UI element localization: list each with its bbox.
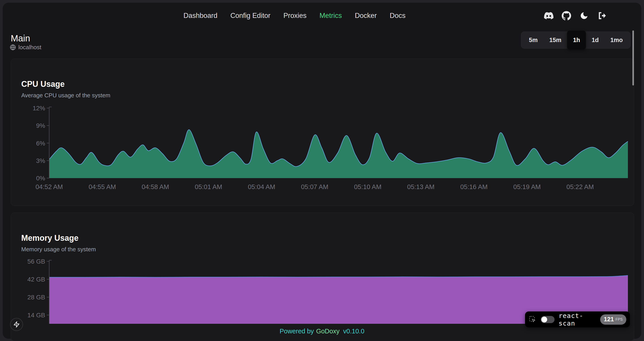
fps-badge: 121 FPS	[600, 314, 626, 325]
cpu-card-subtitle: Average CPU usage of the system	[21, 92, 110, 99]
powered-by-text: Powered by	[280, 327, 314, 335]
fps-value: 121	[604, 316, 614, 323]
svg-text:12%: 12%	[33, 105, 45, 112]
svg-text:05:04 AM: 05:04 AM	[248, 183, 275, 190]
host-row: localhost	[10, 44, 41, 51]
discord-icon[interactable]	[544, 11, 554, 20]
footer: Powered byGoDoxyv0.10.0	[0, 327, 644, 335]
tab-metrics[interactable]: Metrics	[320, 11, 342, 21]
toggle-knob	[541, 317, 547, 322]
svg-text:14 GB: 14 GB	[28, 312, 45, 319]
svg-text:28 GB: 28 GB	[28, 294, 45, 301]
svg-text:04:52 AM: 04:52 AM	[36, 183, 63, 190]
svg-text:04:55 AM: 04:55 AM	[88, 183, 116, 190]
nav-icon-group	[544, 10, 606, 22]
react-scan-widget: react-scan 121 FPS	[525, 311, 630, 327]
fps-unit: FPS	[616, 317, 623, 321]
range-1h[interactable]: 1h	[567, 31, 586, 50]
globe-icon	[10, 44, 16, 50]
tab-docs[interactable]: Docs	[390, 11, 406, 21]
range-1mo[interactable]: 1mo	[604, 32, 628, 48]
version-label: v0.10.0	[343, 327, 364, 335]
svg-text:9%: 9%	[36, 122, 45, 129]
svg-text:05:07 AM: 05:07 AM	[301, 183, 328, 190]
svg-text:05:01 AM: 05:01 AM	[195, 183, 222, 190]
top-nav: Dashboard Config Editor Proxies Metrics …	[0, 11, 589, 21]
godoxy-link[interactable]: GoDoxy	[316, 327, 340, 335]
tab-docker[interactable]: Docker	[355, 11, 377, 21]
svg-text:6%: 6%	[36, 140, 45, 147]
react-scan-label: react-scan	[558, 312, 596, 327]
time-range-selector: 5m 15m 1h 1d 1mo	[521, 32, 630, 49]
logout-icon[interactable]	[597, 11, 606, 20]
svg-text:05:19 AM: 05:19 AM	[514, 183, 541, 190]
zap-icon	[13, 321, 20, 328]
moon-icon[interactable]	[580, 11, 589, 20]
tab-dashboard[interactable]: Dashboard	[184, 11, 218, 21]
svg-text:05:16 AM: 05:16 AM	[460, 183, 488, 190]
svg-text:56 GB: 56 GB	[28, 258, 45, 265]
range-15m[interactable]: 15m	[544, 32, 567, 48]
cpu-card-title: CPU Usage	[21, 79, 64, 89]
svg-text:04:58 AM: 04:58 AM	[142, 183, 169, 190]
inspect-element-icon[interactable]	[528, 315, 537, 323]
svg-text:3%: 3%	[36, 157, 45, 164]
tab-config-editor[interactable]: Config Editor	[230, 11, 270, 21]
svg-text:05:10 AM: 05:10 AM	[354, 183, 382, 190]
scrollbar-thumb[interactable]	[632, 31, 634, 86]
cpu-usage-chart[interactable]: 0%3%6%9%12%04:52 AM04:55 AM04:58 AM05:01…	[11, 101, 634, 197]
svg-text:0%: 0%	[36, 175, 45, 182]
react-scan-toggle[interactable]	[541, 316, 554, 323]
svg-text:05:22 AM: 05:22 AM	[566, 183, 594, 190]
github-icon[interactable]	[562, 11, 571, 20]
page-title: Main	[11, 33, 30, 44]
quick-actions-button[interactable]	[10, 318, 23, 331]
memory-card-title: Memory Usage	[21, 233, 78, 243]
range-5m[interactable]: 5m	[523, 32, 544, 48]
memory-card-subtitle: Memory usage of the system	[21, 246, 96, 253]
tab-proxies[interactable]: Proxies	[283, 11, 306, 21]
range-1d[interactable]: 1d	[586, 32, 605, 48]
svg-text:05:13 AM: 05:13 AM	[407, 183, 435, 190]
hostname-label: localhost	[18, 44, 41, 51]
svg-text:42 GB: 42 GB	[28, 276, 45, 283]
